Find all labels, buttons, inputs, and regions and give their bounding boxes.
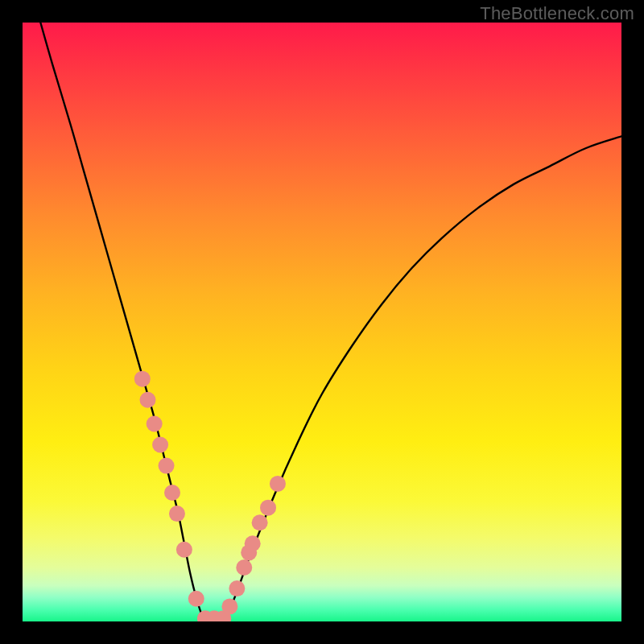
highlight-dot [252, 514, 268, 530]
highlight-dot [152, 437, 168, 453]
highlight-dot [245, 535, 261, 551]
highlight-dot [236, 559, 252, 576]
highlight-dot [134, 371, 151, 387]
highlight-dot [188, 591, 204, 607]
highlight-dot [147, 415, 163, 431]
watermark-text: TheBottleneck.com [480, 3, 634, 24]
highlight-dot [140, 392, 156, 408]
highlight-dot [221, 598, 237, 614]
highlight-dot [260, 500, 276, 516]
chart-plot-area [23, 23, 621, 621]
highlight-dot [229, 580, 245, 597]
highlight-dot [270, 476, 286, 492]
highlight-dot [164, 485, 180, 501]
chart-svg [23, 23, 621, 621]
bottleneck-curve [40, 23, 621, 621]
highlight-dots-group [134, 371, 286, 621]
highlight-dot [176, 542, 192, 558]
chart-frame: TheBottleneck.com [0, 0, 644, 644]
highlight-dot [169, 506, 185, 522]
highlight-dot [159, 458, 175, 474]
